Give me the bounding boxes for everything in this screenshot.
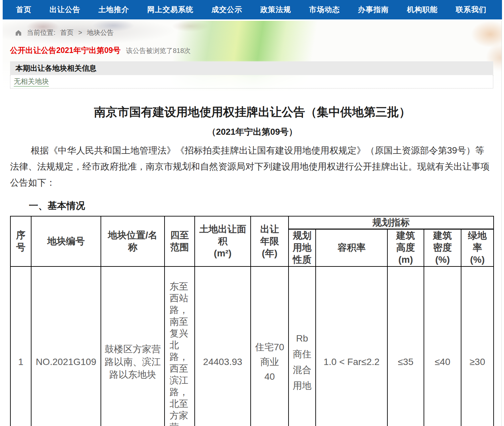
notice-row: 公开出让公告2021年宁出第09号 该公告被浏览了818次	[10, 45, 502, 56]
nav-item-policies-regulations[interactable]: 政策法规	[260, 5, 291, 15]
breadcrumb-current[interactable]: 地块公告	[87, 28, 114, 37]
page: 首页 出让公告 土地推介 网上交易系统 成交公示 政策法规 市场动态 办事指南 …	[3, 0, 502, 426]
breadcrumb-home-link[interactable]: 首页	[60, 28, 74, 37]
content-right-border	[501, 21, 502, 426]
section-heading-basic-info: 一、基本情况	[29, 199, 502, 212]
related-parcels-header: 本期出让各地块相关信息	[10, 61, 493, 75]
col-header-land-use: 规划 用地 性质	[289, 229, 316, 266]
notice-title: 公开出让公告2021年宁出第09号	[10, 45, 121, 56]
notice-view-count: 该公告被浏览了818次	[126, 46, 191, 55]
col-header-parcel-no: 地块编号	[31, 216, 101, 266]
document-title: 南京市国有建设用地使用权挂牌出让公告（集中供地第三批）	[3, 104, 502, 120]
cell-seq: 1	[10, 266, 31, 426]
top-navigation: 首页 出让公告 土地推介 网上交易系统 成交公示 政策法规 市场动态 办事指南 …	[3, 0, 502, 19]
cell-boundaries: 东至西站路，南至复兴北路，西至滨江路，北至方家营路。	[165, 266, 195, 426]
nav-item-online-trading-system[interactable]: 网上交易系统	[147, 5, 193, 15]
home-icon	[15, 29, 22, 37]
nav-item-market-dynamics[interactable]: 市场动态	[309, 5, 340, 15]
cell-location: 鼓楼区方家营路以南、滨江路以东地块	[101, 266, 165, 426]
cell-far: 1.0 < Far≤2.2	[316, 266, 387, 426]
nav-item-service-guide[interactable]: 办事指南	[358, 5, 389, 15]
col-header-term: 出让 年限 (年)	[251, 216, 289, 266]
cell-boundaries-text: 东至西站路，南至复兴北路，西至滨江路，北至方家营路。	[170, 281, 190, 426]
related-parcels-box: 本期出让各地块相关信息 无相关地块	[10, 61, 493, 88]
cell-building-density: ≤40	[424, 266, 461, 426]
col-header-boundaries: 四至 范围	[165, 216, 195, 266]
document-intro-paragraph: 根据《中华人民共和国土地管理法》《招标拍卖挂牌出让国有建设用地使用权规定》（原国…	[10, 142, 492, 191]
breadcrumb-label: 当前位置:	[27, 28, 56, 37]
nav-item-transfer-announcements[interactable]: 出让公告	[50, 5, 80, 15]
no-related-parcels-link[interactable]: 无相关地块	[14, 77, 49, 86]
cell-land-use: Rb 商住 混合 用地	[289, 266, 316, 426]
col-header-far: 容积率	[316, 229, 387, 266]
cell-area: 24403.93	[195, 266, 251, 426]
nav-item-contact-us[interactable]: 联系我们	[456, 5, 487, 15]
col-header-planning-indicators: 规划指标	[289, 216, 494, 229]
related-parcels-body: 无相关地块	[10, 75, 493, 88]
cell-term: 住宅70 商业 40	[251, 266, 289, 426]
col-header-seq: 序 号	[10, 216, 31, 266]
cell-green-rate: ≥30	[461, 266, 494, 426]
document-number: （2021年宁出第09号）	[3, 126, 502, 138]
nav-item-transaction-publicity[interactable]: 成交公示	[211, 5, 242, 15]
col-header-green-rate: 绿地 率 (%)	[461, 229, 494, 266]
col-header-location: 地块位置/名 称	[101, 216, 165, 266]
cell-parcel-no: NO.2021G109	[31, 266, 101, 426]
nav-item-institution-functions[interactable]: 机构职能	[407, 5, 438, 15]
breadcrumb-separator: >	[78, 29, 82, 37]
nav-item-home[interactable]: 首页	[16, 5, 32, 15]
banner: 当前位置: 首页 > 地块公告 公开出让公告2021年宁出第09号 该公告被浏览…	[3, 21, 502, 95]
parcel-info-table: 序 号 地块编号 地块位置/名 称 四至 范围 土地出让面 积 (m²) 出让 …	[10, 216, 494, 426]
col-header-building-height: 建筑 高度 (m)	[387, 229, 424, 266]
breadcrumb: 当前位置: 首页 > 地块公告	[3, 21, 502, 37]
table-row: 1 NO.2021G109 鼓楼区方家营路以南、滨江路以东地块 东至西站路，南至…	[10, 266, 494, 426]
col-header-area: 土地出让面 积 (m²)	[195, 216, 251, 266]
col-header-building-density: 建筑 密度 (%)	[424, 229, 461, 266]
nav-item-land-promotion[interactable]: 土地推介	[99, 5, 129, 15]
cell-building-height: ≤35	[387, 266, 424, 426]
